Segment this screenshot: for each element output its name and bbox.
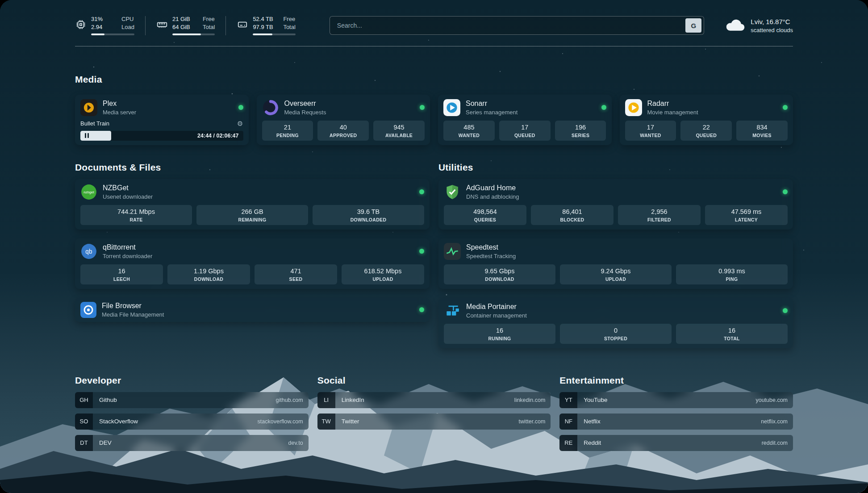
- disk-free-label: Free: [283, 16, 295, 23]
- status-dot: [783, 189, 788, 194]
- status-dot: [601, 105, 606, 110]
- app-name: NZBGet: [103, 184, 153, 192]
- section-title-documents: Documents & Files: [75, 162, 430, 173]
- search-input[interactable]: [337, 22, 685, 29]
- netflix-icon: NF: [559, 414, 577, 430]
- stat-ping: 0.993 ms PING: [676, 264, 788, 284]
- app-subtitle: Movie management: [647, 109, 698, 116]
- ram-icon: [156, 19, 168, 30]
- search-bar: G: [330, 16, 704, 35]
- search-engine-button[interactable]: G: [685, 18, 701, 33]
- app-subtitle: Torrent downloader: [103, 253, 152, 259]
- app-name: qBittorrent: [103, 243, 152, 251]
- stat-upload: 9.24 Gbps UPLOAD: [560, 264, 672, 284]
- cpu-chip-icon: [75, 19, 87, 30]
- bookmark-twitter[interactable]: TW Twitter twitter.com: [317, 414, 551, 430]
- app-name: AdGuard Home: [466, 184, 519, 192]
- app-card-qbittorrent[interactable]: qb qBittorrent Torrent downloader 16: [75, 238, 430, 289]
- reddit-icon: RE: [559, 435, 577, 451]
- disk-widget: 52.4 TB 97.9 TB Free Total: [237, 16, 306, 35]
- status-dot: [420, 105, 425, 110]
- section-title-utilities: Utilities: [438, 162, 793, 173]
- stat-approved: 40 APPROVED: [317, 121, 369, 141]
- youtube-icon: YT: [559, 392, 577, 408]
- system-widgets: 31% 2.94 CPU Load: [75, 16, 317, 35]
- stat-wanted: 485 WANTED: [443, 121, 495, 141]
- stat-queued: 17 QUEUED: [499, 121, 551, 141]
- cpu-load-label: Load: [121, 24, 134, 31]
- bookmark-reddit[interactable]: RE Reddit reddit.com: [559, 435, 793, 451]
- qbittorrent-icon: qb: [80, 243, 97, 260]
- media-cards-row: Plex Media server Bullet Train ⚙ 24:44 /…: [75, 95, 793, 145]
- app-card-speedtest[interactable]: Speedtest Speedtest Tracking 9.65 Gbps D…: [438, 238, 793, 289]
- portainer-icon: [444, 302, 461, 319]
- app-card-sonarr[interactable]: Sonarr Series management 485 WANTED 17 Q…: [438, 95, 612, 145]
- app-subtitle: Media server: [103, 109, 136, 116]
- disk-free-value: 52.4 TB: [253, 16, 275, 23]
- svg-text:nzbget: nzbget: [83, 190, 95, 194]
- app-card-filebrowser[interactable]: File Browser Media File Management: [75, 298, 430, 322]
- stat-queued: 22 QUEUED: [680, 121, 732, 141]
- app-card-plex[interactable]: Plex Media server Bullet Train ⚙ 24:44 /…: [75, 95, 249, 145]
- app-subtitle: Container management: [466, 312, 527, 319]
- stat-pending: 21 PENDING: [262, 121, 313, 141]
- app-name: Speedtest: [466, 243, 516, 251]
- speedtest-icon: [444, 243, 461, 260]
- pause-button[interactable]: [85, 133, 89, 138]
- stat-rate: 744.21 Mbps RATE: [80, 205, 192, 225]
- app-name: Plex: [103, 100, 136, 108]
- developer-column: Developer GH Github github.com SO StackO…: [75, 375, 309, 451]
- app-card-portainer[interactable]: Media Portainer Container management 16 …: [438, 298, 793, 348]
- section-title-social: Social: [317, 375, 551, 386]
- memory-widget: 21 GiB 64 GiB Free Total: [156, 16, 226, 35]
- stat-upload: 618.52 Mbps UPLOAD: [342, 264, 424, 284]
- app-card-radarr[interactable]: Radarr Movie management 17 WANTED 22 QUE…: [620, 95, 793, 145]
- playback-time: 24:44 / 02:06:47: [197, 133, 238, 139]
- status-dot: [783, 308, 788, 313]
- stat-latency: 47.569 ms LATENCY: [705, 205, 788, 225]
- cpu-progress-bar: [91, 33, 134, 35]
- weather-location: Lviv, 16.87°C: [751, 18, 793, 25]
- status-dot: [783, 105, 788, 110]
- stat-movies: 834 MOVIES: [736, 121, 788, 141]
- bookmark-youtube[interactable]: YT YouTube youtube.com: [559, 392, 793, 408]
- app-name: Overseerr: [284, 100, 326, 108]
- adguard-shield-icon: [444, 184, 461, 201]
- documents-column: Documents & Files nzbget NZBGet Usenet d…: [75, 162, 430, 322]
- filebrowser-icon: [80, 302, 96, 318]
- stat-download: 1.19 Gbps DOWNLOAD: [167, 264, 250, 284]
- app-name: Media Portainer: [466, 303, 527, 311]
- bookmark-linkedin[interactable]: LI LinkedIn linkedin.com: [317, 392, 551, 408]
- app-subtitle: Media Requests: [284, 109, 326, 116]
- social-column: Social LI LinkedIn linkedin.com TW Twitt…: [317, 375, 551, 451]
- bookmark-github[interactable]: GH Github github.com: [75, 392, 309, 408]
- cpu-label: CPU: [121, 16, 134, 23]
- status-dot: [419, 249, 424, 254]
- media-player-bar: 24:44 / 02:06:47: [80, 131, 243, 141]
- stat-stopped: 0 STOPPED: [560, 324, 672, 344]
- settings-gear-icon[interactable]: ⚙: [237, 120, 243, 128]
- stat-leech: 16 LEECH: [80, 264, 163, 284]
- bookmark-netflix[interactable]: NF Netflix netflix.com: [559, 414, 793, 430]
- app-subtitle: Media File Management: [102, 311, 164, 318]
- weather-condition: scattered clouds: [751, 27, 793, 33]
- cpu-widget: 31% 2.94 CPU Load: [75, 16, 146, 35]
- dev-icon: DT: [75, 435, 93, 451]
- stat-running: 16 RUNNING: [444, 324, 555, 344]
- bookmark-dev[interactable]: DT DEV dev.to: [75, 435, 309, 451]
- status-dot: [419, 189, 424, 194]
- stat-blocked: 86,401 BLOCKED: [531, 205, 613, 225]
- stat-available: 945 AVAILABLE: [373, 121, 425, 141]
- disk-total-value: 97.9 TB: [253, 24, 275, 31]
- app-subtitle: Usenet downloader: [103, 193, 153, 200]
- bookmark-stackoverflow[interactable]: SO StackOverflow stackoverflow.com: [75, 414, 309, 430]
- app-card-nzbget[interactable]: nzbget NZBGet Usenet downloader 744.21 M…: [75, 179, 430, 230]
- app-card-adguard[interactable]: AdGuard Home DNS and adblocking 498,564 …: [438, 179, 793, 230]
- disk-icon: [237, 19, 248, 30]
- memory-free-label: Free: [203, 16, 215, 23]
- middle-columns: Documents & Files nzbget NZBGet Usenet d…: [75, 162, 793, 348]
- stat-queries: 498,564 QUERIES: [444, 205, 526, 225]
- app-card-overseerr[interactable]: Overseerr Media Requests 21 PENDING 40 A…: [257, 95, 430, 145]
- section-title-entertainment: Entertainment: [559, 375, 793, 386]
- stat-wanted: 17 WANTED: [625, 121, 676, 141]
